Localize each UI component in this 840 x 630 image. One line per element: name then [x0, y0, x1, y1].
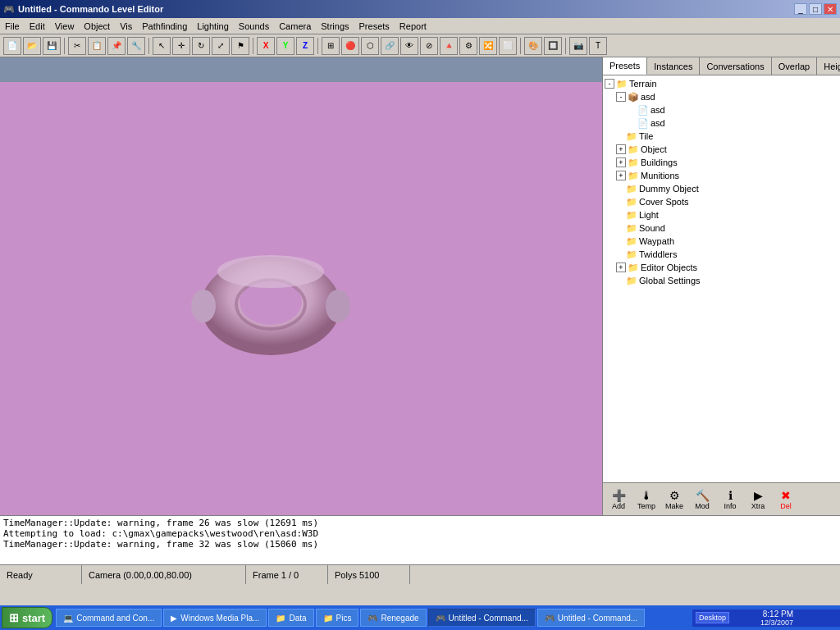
tree-item-asd2[interactable]: 📄 asd [605, 103, 838, 116]
tool4-button[interactable]: 👁 [400, 37, 418, 55]
tool9-button[interactable]: ⬜ [499, 37, 517, 55]
menu-vis[interactable]: Vis [115, 20, 137, 33]
tool8-button[interactable]: 🔀 [479, 37, 497, 55]
desktop-button[interactable]: Desktop [696, 612, 729, 623]
z-axis[interactable]: Z [296, 37, 314, 55]
tree-item-waypath[interactable]: 📁 Waypath [605, 235, 838, 248]
tab-instances[interactable]: Instances [647, 57, 700, 75]
open-button[interactable]: 📂 [23, 37, 41, 55]
grid-button[interactable]: ⊞ [322, 37, 340, 55]
tree-item-dummyobject[interactable]: 📁 Dummy Object [605, 182, 838, 195]
taskbar-item-data[interactable]: 📁 Data [268, 609, 313, 627]
minimize-button[interactable]: _ [794, 3, 807, 15]
taskbar-item-cmd2[interactable]: 🎮 Untitled - Command... [537, 609, 645, 627]
expand-asd1[interactable]: - [616, 92, 626, 102]
taskbar-item-command[interactable]: 💻 Command and Con... [56, 609, 162, 627]
tree-item-editorobjects[interactable]: + 📁 Editor Objects [605, 261, 838, 274]
tab-overlap[interactable]: Overlap [772, 57, 818, 75]
close-button[interactable]: ✕ [824, 3, 837, 15]
tree-container[interactable]: - 📁 Terrain - 📦 asd 📄 asd 📄 asd [603, 75, 840, 482]
copy-button[interactable]: 📋 [88, 37, 106, 55]
mod-button[interactable]: 🔨 Mod [690, 487, 714, 512]
tree-item-asd3[interactable]: 📄 asd [605, 116, 838, 130]
scale-button[interactable]: ⤢ [212, 37, 230, 55]
new-button[interactable]: 📄 [3, 37, 21, 55]
label-buildings: Buildings [641, 158, 678, 167]
text-button[interactable]: T [589, 37, 607, 55]
y-axis[interactable]: Y [276, 37, 294, 55]
tool11-button[interactable]: 🔲 [544, 37, 562, 55]
expand-munitions[interactable]: + [616, 171, 626, 180]
x-axis[interactable]: X [257, 37, 275, 55]
paste-button[interactable]: 📌 [107, 37, 126, 55]
tree-item-twiddlers[interactable]: 📁 Twiddlers [605, 248, 838, 261]
tool10-button[interactable]: 🎨 [524, 37, 542, 55]
tree-item-buildings[interactable]: + 📁 Buildings [605, 156, 838, 169]
make-button[interactable]: ⚙ Make [662, 487, 687, 512]
menu-camera[interactable]: Camera [274, 20, 316, 33]
select-button[interactable]: ↖ [153, 37, 171, 55]
menu-lighting[interactable]: Lighting [192, 20, 234, 33]
render-button[interactable]: 📷 [569, 37, 587, 55]
log-area[interactable]: TimeManager::Update: warning, frame 26 w… [0, 515, 840, 564]
svg-point-4 [191, 290, 216, 322]
expand-buildings[interactable]: + [616, 158, 626, 167]
taskbar-item-media[interactable]: ▶ Windows Media Pla... [163, 609, 267, 627]
tree-item-globalsettings[interactable]: 📁 Global Settings [605, 274, 838, 287]
tab-presets[interactable]: Presets [603, 57, 647, 75]
taskbar-item-pics[interactable]: 📁 Pics [316, 609, 359, 627]
tool2-button[interactable]: ⬡ [361, 37, 379, 55]
menu-view[interactable]: View [50, 20, 80, 33]
taskbar-item-cmd1[interactable]: 🎮 Untitled - Command... [428, 609, 536, 627]
menu-sounds[interactable]: Sounds [234, 20, 274, 33]
tree-item-munitions[interactable]: + 📁 Munitions [605, 169, 838, 182]
move-button[interactable]: ✛ [172, 37, 190, 55]
taskbar: ⊞ start 💻 Command and Con... ▶ Windows M… [0, 605, 840, 630]
status-ready: Ready [0, 565, 82, 584]
tree-item-object[interactable]: + 📁 Object [605, 143, 838, 156]
snap-button[interactable]: 🔴 [341, 37, 359, 55]
status-bar: Ready Camera (0.00,0.00,80.00) Frame 1 /… [0, 564, 840, 584]
tool5-button[interactable]: ⊘ [420, 37, 438, 55]
info-button[interactable]: ℹ Info [718, 487, 742, 512]
tool3-button[interactable]: 🔗 [381, 37, 399, 55]
expand-object[interactable]: + [616, 144, 626, 154]
tree-item-terrain[interactable]: - 📁 Terrain [605, 77, 838, 90]
start-button[interactable]: ⊞ start [2, 607, 52, 628]
add-button[interactable]: ➕ Add [606, 487, 631, 512]
del-button[interactable]: ✖ Del [774, 487, 798, 512]
renegade-label: Renegade [381, 614, 418, 623]
cut-button[interactable]: ✂ [68, 37, 86, 55]
maximize-button[interactable]: □ [809, 3, 822, 15]
folder-icon-tile: 📁 [626, 130, 637, 142]
expand-terrain[interactable]: - [605, 79, 614, 89]
expand-editorobjects[interactable]: + [616, 262, 626, 272]
tool7-button[interactable]: ⚙ [459, 37, 477, 55]
menu-pathfinding[interactable]: Pathfinding [137, 20, 192, 33]
tree-item-light[interactable]: 📁 Light [605, 208, 838, 221]
tree-item-coverspots[interactable]: 📁 Cover Spots [605, 195, 838, 208]
del-label: Del [780, 502, 792, 510]
rotate-button[interactable]: ↻ [192, 37, 210, 55]
viewport[interactable] [0, 57, 602, 515]
tool1-button[interactable]: 🔧 [127, 37, 145, 55]
taskbar-item-renegade[interactable]: 🎮 Renegade [360, 609, 426, 627]
tab-heightfield[interactable]: Heightfield [817, 57, 840, 75]
tree-item-tile[interactable]: 📁 Tile [605, 130, 838, 143]
menu-report[interactable]: Report [395, 20, 431, 33]
tool6-button[interactable]: 🔺 [440, 37, 458, 55]
tree-item-asd1[interactable]: - 📦 asd [605, 90, 838, 103]
xtra-button[interactable]: ▶ Xtra [746, 487, 770, 512]
cmd-label: Command and Con... [76, 614, 154, 623]
tab-conversations[interactable]: Conversations [700, 57, 771, 75]
menu-object[interactable]: Object [79, 20, 115, 33]
tree-item-sound[interactable]: 📁 Sound [605, 221, 838, 235]
temp-button[interactable]: 🌡 Temp [634, 487, 659, 512]
save-button[interactable]: 💾 [43, 37, 61, 55]
menu-strings[interactable]: Strings [316, 20, 354, 33]
menu-presets[interactable]: Presets [354, 20, 395, 33]
menu-edit[interactable]: Edit [25, 20, 50, 33]
label-coverspots: Cover Spots [639, 197, 689, 207]
flag-button[interactable]: ⚑ [231, 37, 249, 55]
menu-file[interactable]: File [0, 20, 25, 33]
